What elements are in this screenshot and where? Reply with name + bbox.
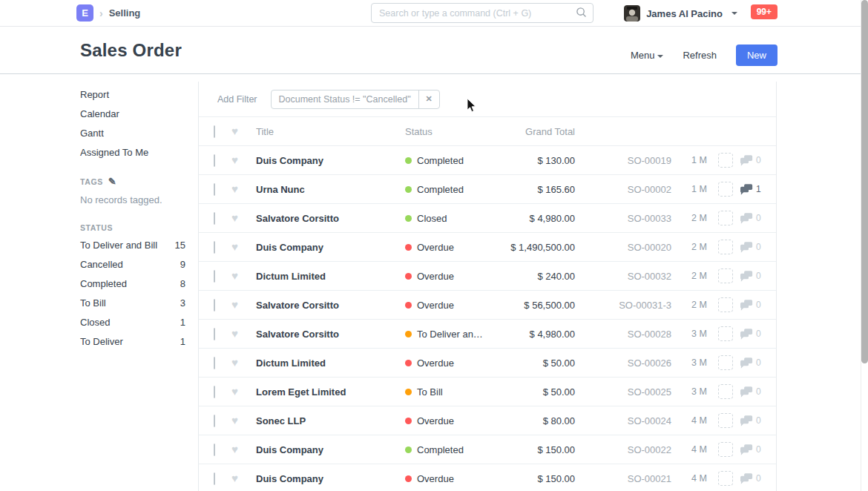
row-checkbox[interactable] bbox=[214, 300, 226, 311]
assign-placeholder[interactable] bbox=[718, 471, 733, 486]
row-checkbox[interactable] bbox=[214, 155, 226, 166]
heart-icon[interactable]: ♥ bbox=[231, 126, 242, 136]
row-title[interactable]: Sonec LLP bbox=[256, 415, 401, 426]
sidebar-view-item[interactable]: Report bbox=[80, 89, 185, 100]
sidebar-view-item[interactable]: Calendar bbox=[80, 108, 185, 119]
comment-count: 1 bbox=[756, 184, 761, 194]
table-row[interactable]: ♥ Duis Company Overdue $ 150.00 SO-00021… bbox=[199, 464, 776, 491]
heart-icon[interactable]: ♥ bbox=[231, 357, 242, 368]
heart-icon[interactable]: ♥ bbox=[231, 184, 242, 194]
app-logo[interactable]: E bbox=[76, 4, 93, 22]
table-row[interactable]: ♥ Dictum Limited Overdue $ 240.00 SO-000… bbox=[199, 262, 776, 291]
menu-button[interactable]: Menu bbox=[631, 50, 664, 61]
heart-icon[interactable]: ♥ bbox=[231, 300, 242, 310]
row-checkbox[interactable] bbox=[214, 271, 226, 282]
avatar bbox=[624, 5, 640, 22]
assign-placeholder[interactable] bbox=[718, 384, 733, 399]
assign-placeholder[interactable] bbox=[718, 442, 733, 457]
user-menu[interactable]: James Al Pacino bbox=[624, 5, 737, 22]
row-checkbox[interactable] bbox=[214, 329, 226, 340]
row-title[interactable]: Lorem Eget Limited bbox=[256, 386, 401, 398]
heart-icon[interactable]: ♥ bbox=[231, 329, 242, 339]
heart-icon[interactable]: ♥ bbox=[231, 155, 242, 165]
row-id: SO-00025 bbox=[575, 386, 671, 398]
table-row[interactable]: ♥ Duis Company Overdue $ 1,490,500.00 SO… bbox=[199, 233, 776, 262]
table-row[interactable]: ♥ Dictum Limited Overdue $ 50.00 SO-0002… bbox=[199, 349, 776, 378]
row-title[interactable]: Duis Company bbox=[256, 242, 401, 253]
sidebar-status-item[interactable]: To Deliver and Bill 15 bbox=[80, 240, 185, 251]
heart-icon[interactable]: ♥ bbox=[231, 415, 242, 426]
heart-icon[interactable]: ♥ bbox=[231, 444, 242, 455]
status-dot-icon bbox=[405, 360, 412, 366]
row-title[interactable]: Salvatore Corsitto bbox=[256, 300, 401, 311]
table-row[interactable]: ♥ Sonec LLP Overdue $ 80.00 SO-00024 4 M… bbox=[199, 406, 776, 435]
heart-icon[interactable]: ♥ bbox=[231, 242, 242, 252]
row-checkbox[interactable] bbox=[214, 444, 226, 455]
row-id: SO-00026 bbox=[575, 357, 671, 369]
row-title[interactable]: Duis Company bbox=[256, 473, 401, 484]
edit-tags-icon[interactable]: ✎ bbox=[108, 176, 116, 187]
filter-chip-label[interactable]: Document Status != "Cancelled" bbox=[272, 94, 418, 105]
sidebar-view-item[interactable]: Assigned To Me bbox=[80, 147, 185, 158]
assign-placeholder[interactable] bbox=[718, 268, 733, 283]
assign-placeholder[interactable] bbox=[718, 240, 733, 254]
breadcrumb-module[interactable]: Selling bbox=[109, 7, 141, 19]
notification-badge[interactable]: 99+ bbox=[751, 4, 777, 19]
row-title[interactable]: Urna Nunc bbox=[256, 184, 401, 195]
table-row[interactable]: ♥ Duis Company Completed $ 130.00 SO-000… bbox=[199, 146, 776, 175]
global-search[interactable] bbox=[371, 3, 594, 23]
sidebar-status-item[interactable]: Completed 8 bbox=[80, 278, 185, 289]
add-filter-button[interactable]: Add Filter bbox=[217, 94, 257, 105]
assign-placeholder[interactable] bbox=[718, 413, 733, 428]
table-row[interactable]: ♥ Salvatore Corsitto To Deliver an… $ 4,… bbox=[199, 320, 776, 349]
row-title[interactable]: Duis Company bbox=[256, 444, 401, 455]
table-row[interactable]: ♥ Salvatore Corsitto Closed $ 4,980.00 S… bbox=[199, 204, 776, 233]
assign-placeholder[interactable] bbox=[718, 153, 733, 168]
row-grand-total: $ 165.60 bbox=[494, 184, 575, 195]
new-button[interactable]: New bbox=[736, 45, 777, 66]
row-title[interactable]: Salvatore Corsitto bbox=[256, 213, 401, 224]
assign-placeholder[interactable] bbox=[718, 211, 733, 225]
table-row[interactable]: ♥ Duis Company Completed $ 150.00 SO-000… bbox=[199, 435, 776, 464]
row-title[interactable]: Dictum Limited bbox=[256, 357, 401, 369]
scrollbar-thumb[interactable] bbox=[861, 0, 868, 363]
sidebar-status-item[interactable]: Cancelled 9 bbox=[80, 259, 185, 270]
heart-icon[interactable]: ♥ bbox=[231, 473, 242, 484]
row-title[interactable]: Dictum Limited bbox=[256, 271, 401, 282]
row-checkbox[interactable] bbox=[214, 242, 226, 253]
heart-icon[interactable]: ♥ bbox=[231, 271, 242, 281]
row-grand-total: $ 50.00 bbox=[494, 357, 575, 369]
select-all-checkbox[interactable] bbox=[214, 126, 226, 137]
assign-placeholder[interactable] bbox=[718, 182, 733, 197]
row-title[interactable]: Duis Company bbox=[256, 155, 401, 166]
row-checkbox[interactable] bbox=[214, 213, 226, 224]
row-checkbox[interactable] bbox=[214, 357, 226, 369]
heart-icon[interactable]: ♥ bbox=[231, 213, 242, 223]
refresh-button[interactable]: Refresh bbox=[683, 50, 717, 61]
row-checkbox[interactable] bbox=[214, 386, 226, 398]
sidebar-status-item[interactable]: Closed 1 bbox=[80, 317, 185, 328]
filter-chip[interactable]: Document Status != "Cancelled" ✕ bbox=[271, 90, 440, 109]
column-grand-total: Grand Total bbox=[494, 126, 575, 137]
row-title[interactable]: Salvatore Corsitto bbox=[256, 329, 401, 340]
table-row[interactable]: ♥ Lorem Eget Limited To Bill $ 50.00 SO-… bbox=[199, 378, 776, 406]
remove-filter-icon[interactable]: ✕ bbox=[418, 90, 439, 108]
assign-placeholder[interactable] bbox=[718, 297, 733, 312]
assign-placeholder[interactable] bbox=[718, 326, 733, 341]
sidebar-status-item[interactable]: To Deliver 1 bbox=[80, 336, 185, 347]
assign-placeholder[interactable] bbox=[718, 355, 733, 370]
page-title: Sales Order bbox=[80, 40, 182, 61]
table-row[interactable]: ♥ Salvatore Corsitto Overdue $ 56,500.00… bbox=[199, 291, 776, 320]
sidebar-view-item[interactable]: Gantt bbox=[80, 128, 185, 139]
status-label: Overdue bbox=[417, 300, 454, 311]
row-checkbox[interactable] bbox=[214, 473, 226, 484]
row-checkbox[interactable] bbox=[214, 184, 226, 195]
sidebar-status-item[interactable]: To Bill 3 bbox=[80, 297, 185, 309]
comment-count: 0 bbox=[756, 271, 761, 281]
table-row[interactable]: ♥ Urna Nunc Completed $ 165.60 SO-00002 … bbox=[199, 175, 776, 204]
search-input[interactable] bbox=[379, 8, 576, 19]
comment-indicator: 1 bbox=[740, 184, 761, 195]
heart-icon[interactable]: ♥ bbox=[231, 386, 242, 397]
row-checkbox[interactable] bbox=[214, 415, 226, 426]
breadcrumb: E › Selling bbox=[76, 4, 140, 22]
